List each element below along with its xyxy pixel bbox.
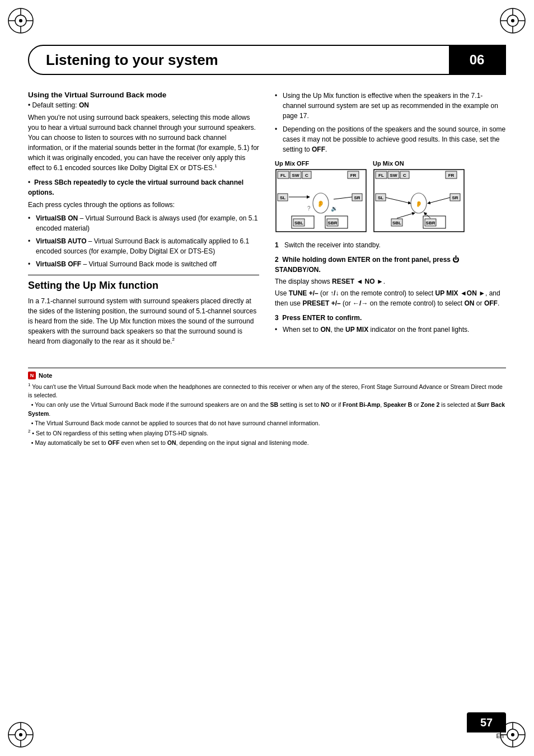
right-bullets: • Using the Up Mix function is effective… (275, 91, 506, 154)
left-column: Using the Virtual Surround Back mode • D… (28, 91, 259, 351)
svg-text:SW: SW (390, 173, 397, 178)
svg-text:FL: FL (280, 173, 286, 178)
main-content: Using the Virtual Surround Back mode • D… (28, 91, 506, 351)
step-2: 2 While holding down ENTER on the front … (275, 255, 506, 308)
page-title: Listening to your system (29, 51, 449, 69)
svg-text:🔉: 🔉 (331, 205, 338, 212)
step-3-bullets: • When set to ON, the UP MIX indicator o… (275, 325, 506, 335)
page-lang: En (496, 732, 504, 739)
svg-point-6 (19, 19, 22, 22)
diagram-off: Up Mix OFF FL SW C FR (275, 160, 367, 233)
page-number: 57 (467, 712, 506, 732)
diagram-on-label: Up Mix ON (373, 160, 465, 167)
note-section: N Note 1 You can't use the Virtual Surro… (28, 368, 506, 447)
svg-point-20 (19, 733, 22, 736)
note-label: Note (39, 372, 52, 379)
corner-decoration-bl (6, 720, 36, 750)
note-3: • The Virtual Surround Back mode cannot … (28, 419, 506, 428)
step-3: 3 Press ENTER to confirm. • When set to … (275, 313, 506, 335)
right-column: • Using the Up Mix function is effective… (275, 91, 506, 335)
note-2: • You can only use the Virtual Surround … (28, 401, 506, 419)
step-2-header: 2 While holding down ENTER on the front … (275, 255, 506, 275)
options-list: • VirtualSB ON – Virtual Surround Back i… (28, 213, 259, 269)
svg-text:SBL: SBL (294, 220, 303, 226)
svg-text:👂: 👂 (415, 200, 423, 208)
up-mix-section: Setting the Up Mix function In a 7.1-cha… (28, 275, 259, 346)
diagram-on: Up Mix ON FL SW C FR (373, 160, 465, 233)
steps-container: 1 Switch the receiver into standby. 2 Wh… (275, 241, 506, 335)
svg-text:SR: SR (452, 195, 458, 200)
svg-point-27 (511, 733, 514, 736)
diagram-off-svg: FL SW C FR SL 👂 (275, 168, 367, 233)
diagram-off-label: Up Mix OFF (275, 160, 367, 167)
step-1: 1 Switch the receiver into standby. (275, 241, 506, 249)
svg-text:FR: FR (448, 173, 455, 178)
step-2-display: The display shows RESET ◄ NO ►. (275, 276, 506, 287)
diagrams-row: Up Mix OFF FL SW C FR (275, 160, 506, 233)
press-instruction: • Press SBch repeatedly to cycle the vir… (28, 177, 259, 198)
svg-text:SBR: SBR (426, 220, 435, 226)
note-5: • May automatically be set to OFF even w… (28, 439, 506, 448)
svg-text:FL: FL (378, 173, 384, 178)
note-icon: N (28, 372, 36, 379)
note-header: N Note (28, 372, 506, 379)
step-1-text: Switch the receiver into standby. (284, 241, 381, 249)
svg-text:👂: 👂 (317, 200, 325, 208)
svg-text:SBR: SBR (328, 220, 338, 226)
press-detail: Each press cycles through the options as… (28, 200, 259, 210)
note-1: 1 You can't use the Virtual Surround Bac… (28, 382, 506, 400)
note-4: 2 • Set to ON regardless of this setting… (28, 428, 506, 438)
virtual-surround-section: Using the Virtual Surround Back mode • D… (28, 91, 259, 269)
default-setting: • Default setting: ON (28, 101, 259, 109)
page-header: Listening to your system 06 (28, 45, 506, 75)
chapter-number: 06 (449, 46, 505, 74)
svg-text:SR: SR (354, 195, 360, 200)
section2-intro: In a 7.1-channel surround system with su… (28, 296, 259, 346)
svg-text:FR: FR (350, 173, 357, 178)
right-bullet-1: • Using the Up Mix function is effective… (275, 91, 506, 121)
svg-text:?: ? (307, 205, 311, 212)
step-3-bullet-1: • When set to ON, the UP MIX indicator o… (275, 325, 506, 335)
section1-intro: When you're not using surround back spea… (28, 112, 259, 173)
svg-text:SBL: SBL (392, 220, 401, 226)
corner-decoration-tr (498, 6, 528, 36)
corner-decoration-tl (6, 6, 36, 36)
step-2-use: Use TUNE +/– (or ↑/↓ on the remote contr… (275, 288, 506, 308)
option-1: • VirtualSB ON – Virtual Surround Back i… (28, 213, 259, 233)
step-3-header: 3 Press ENTER to confirm. (275, 313, 506, 323)
option-2: • VirtualSB AUTO – Virtual Surround Back… (28, 236, 259, 256)
step-1-number: 1 (275, 241, 282, 249)
svg-text:SW: SW (292, 173, 299, 178)
page-number-container: 57 En (467, 712, 506, 739)
option-3: • VirtualSB OFF – Virtual Surround Back … (28, 259, 259, 269)
right-bullet-2: • Depending on the positions of the spea… (275, 124, 506, 154)
svg-text:SL: SL (378, 195, 383, 200)
svg-text:C: C (403, 173, 406, 178)
svg-text:C: C (305, 173, 308, 178)
svg-text:SL: SL (280, 195, 285, 200)
section1-title: Using the Virtual Surround Back mode (28, 91, 259, 99)
diagram-on-svg: FL SW C FR SL 👂 (373, 168, 465, 233)
section2-title: Setting the Up Mix function (28, 280, 259, 292)
svg-point-13 (511, 19, 514, 22)
